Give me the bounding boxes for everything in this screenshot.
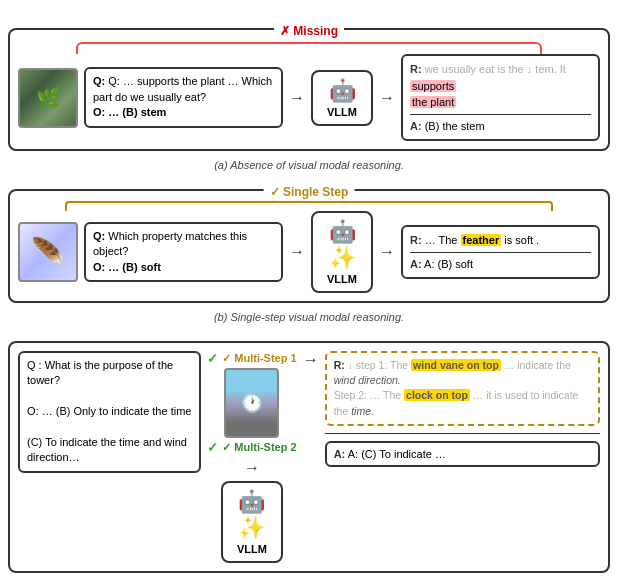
step-result-combined: R: ↓ step 1: The wind vane on top … indi… [325, 351, 600, 426]
multi-label-1: ✓ Multi-Step 1 [222, 352, 296, 365]
arrow-6: → [303, 351, 319, 369]
a-label-a: A: [410, 120, 422, 132]
section-b: ✓ Single Step 🪶 Q: Which property matche… [8, 189, 610, 303]
r-time-italic: time. [351, 405, 374, 417]
missing-label: ✗ Missing [274, 24, 344, 38]
arrow-2: → [379, 89, 395, 107]
r-stem-faded: ↓ tem. It [527, 63, 566, 75]
r-step2-text1: Step 2: … The [334, 389, 404, 401]
a-value-a: (B) the stem [425, 120, 485, 132]
r-wind-vane: wind vane on top [411, 359, 501, 371]
tower-image: 🕐 [224, 368, 279, 438]
a-value-c: A: (C) To indicate … [348, 448, 446, 460]
q-label: Q: [93, 75, 105, 87]
check-2: ✓ [207, 440, 218, 455]
section-b-question: Q: Which property matches this object? O… [84, 222, 283, 282]
section-c-row: Q : What is the purpose of the tower? O:… [18, 351, 600, 563]
section-c-results: R: ↓ step 1: The wind vane on top … indi… [325, 351, 600, 467]
section-b-label: (b) Single-step visual modal reasoning. [8, 311, 610, 323]
section-a-image: 🌿 [18, 68, 78, 128]
arrow-3: → [289, 243, 305, 261]
result-divider-a [410, 114, 591, 115]
section-c: Q : What is the purpose of the tower? O:… [8, 341, 610, 573]
question-text-b: Which property matches this object? [93, 230, 247, 257]
r-label-c: R: [334, 359, 345, 371]
vllm-label-c: VLLM [231, 543, 273, 555]
vllm-box-a: 🤖 VLLM [311, 70, 373, 126]
section-a: ✗ Missing 🌿 Q: Q: … supports the plant …… [8, 28, 610, 151]
option-text-c2: (C) To indicate the time and wind direct… [27, 436, 187, 463]
result-a-text: A: (B) the stem [410, 118, 591, 135]
r-text-b1: … The [425, 234, 461, 246]
vllm-robot-a: 🤖 [321, 78, 363, 104]
o-label: O: … (B) stem [93, 106, 166, 118]
r-clock-top: clock on top [404, 389, 470, 401]
q-label-c: Q : [27, 359, 42, 371]
r-wind-dir: wind direction. [334, 374, 401, 386]
r-highlight-feather: feather [461, 234, 502, 246]
vllm-box-b: 🤖✨ VLLM [311, 211, 373, 293]
section-c-middle: ✓ ✓ Multi-Step 1 🕐 ✓ ✓ Multi-Step 2 → 🤖✨… [207, 351, 296, 563]
section-a-result: R: we usually eat is the ↓ tem. It suppo… [401, 54, 600, 141]
arrow-4: → [379, 243, 395, 261]
section-a-label: (a) Absence of visual modal reasoning. [8, 159, 610, 171]
section-c-question: Q : What is the purpose of the tower? O:… [18, 351, 201, 473]
r-label-a: R: [410, 63, 422, 75]
result-r-content: R: we usually eat is the ↓ tem. It suppo… [410, 61, 591, 111]
r-highlight-supports: supports [410, 80, 456, 92]
vllm-box-c: 🤖✨ VLLM [221, 481, 283, 563]
multi-label-2: ✓ Multi-Step 2 [222, 441, 296, 454]
section-b-row: 🪶 Q: Which property matches this object?… [18, 211, 600, 293]
section-a-question: Q: Q: … supports the plant … Which part … [84, 67, 283, 127]
r-text-faded-1: we usually eat is the [425, 63, 527, 75]
step-labels-area: ✓ ✓ Multi-Step 1 🕐 ✓ ✓ Multi-Step 2 [207, 351, 296, 455]
r-step1-text2: … indicate the [504, 359, 571, 371]
option-text-c1: O: … (B) Only to indicate the time [27, 405, 191, 417]
multistep-2-row: ✓ ✓ Multi-Step 2 [207, 440, 296, 455]
a-label-b: A: [410, 258, 422, 270]
multistep-1-row: ✓ ✓ Multi-Step 1 [207, 351, 296, 366]
result-divider-c [325, 433, 600, 434]
vllm-label-a: VLLM [321, 106, 363, 118]
section-a-row: 🌿 Q: Q: … supports the plant … Which par… [18, 54, 600, 141]
step-label-b: ✓ Single Step [264, 185, 355, 199]
question-text: Q: … supports the plant … Which part do … [93, 75, 272, 102]
result-a-c: A: A: (C) To indicate … [325, 441, 600, 467]
o-label-b: O: … (B) soft [93, 261, 161, 273]
r-label-b: R: [410, 234, 422, 246]
a-label-c: A: [334, 448, 346, 460]
vllm-label-b: VLLM [321, 273, 363, 285]
r-highlight-theplant: the plant [410, 96, 456, 108]
result-r-b: R: … The feather is soft . [410, 232, 591, 249]
check-1: ✓ [207, 351, 218, 366]
result-divider-b [410, 252, 591, 253]
arrow-5: → [244, 459, 260, 477]
q-label-b: Q: [93, 230, 105, 242]
r-text-b2: is soft . [501, 234, 539, 246]
question-text-c: What is the purpose of the tower? [27, 359, 173, 386]
vllm-robot-b: 🤖✨ [321, 219, 363, 271]
section-b-result: R: … The feather is soft . A: A: (B) sof… [401, 225, 600, 279]
vllm-robot-c: 🤖✨ [231, 489, 273, 541]
r-step1-text: ↓ step 1: The [348, 359, 411, 371]
arrow-1: → [289, 89, 305, 107]
a-value-b: A: (B) soft [424, 258, 473, 270]
section-b-image: 🪶 [18, 222, 78, 282]
result-a-b: A: A: (B) soft [410, 256, 591, 273]
